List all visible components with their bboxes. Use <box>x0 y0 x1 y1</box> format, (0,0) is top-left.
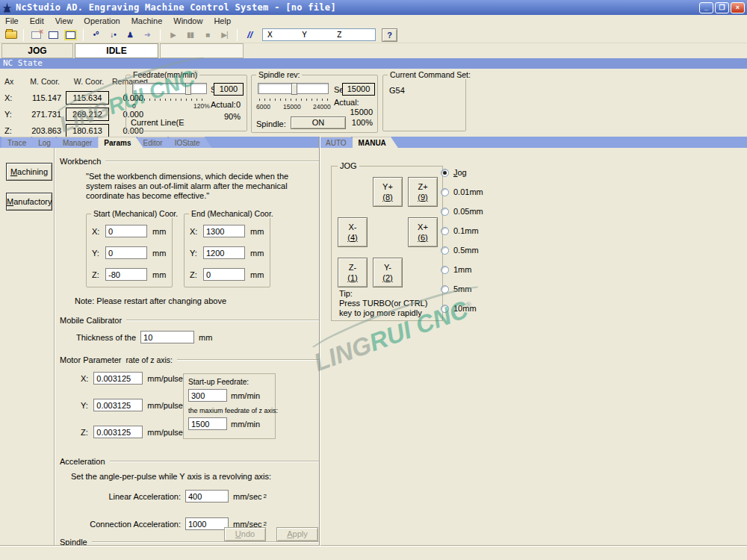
step-10mm[interactable]: 10mm <box>441 303 483 314</box>
feedrate-slider-thumb[interactable] <box>185 83 191 95</box>
end-x-input[interactable] <box>203 225 245 237</box>
feedrate-setting-value[interactable]: 1000 <box>214 83 244 96</box>
feedrate-actual-value: 0 <box>236 100 241 109</box>
unit-label: mm/pulse <box>147 401 183 410</box>
menu-operation[interactable]: Operation <box>84 16 120 25</box>
minimize-icon[interactable]: _ <box>699 2 713 13</box>
tab-manager[interactable]: Manager <box>57 137 104 148</box>
end-z-input[interactable] <box>203 268 245 281</box>
menu-window[interactable]: Window <box>173 16 202 25</box>
menu-file[interactable]: File <box>5 16 19 25</box>
workbench-title: Workbench <box>60 157 101 166</box>
manufactory-button[interactable]: Manufactory <box>6 193 52 211</box>
spindle-tick-max: 24000 <box>313 103 331 111</box>
radio-icon[interactable] <box>441 188 449 196</box>
radio-icon[interactable] <box>441 208 449 216</box>
simulate-icon[interactable]: // <box>242 28 258 42</box>
jog-y-plus-button[interactable]: Y+(8) <box>373 177 403 207</box>
maximize-icon[interactable]: ❐ <box>715 2 729 13</box>
back-to-origin-icon[interactable]: ↓• <box>105 28 121 42</box>
motor-y-input[interactable] <box>93 399 143 411</box>
feedrate-group: Feedrate(mm/min) 0 120% Setting: 1000 Ac… <box>125 75 247 131</box>
help-icon[interactable]: ? <box>382 28 397 42</box>
thickness-input[interactable] <box>140 331 194 343</box>
left-tabs: Trace Log Manager Params Editor IOState <box>1 137 206 148</box>
start-x-input[interactable] <box>105 225 147 237</box>
step-5mm[interactable]: 5mm <box>441 284 483 294</box>
radio-icon[interactable] <box>441 305 449 313</box>
radio-icon[interactable] <box>441 246 449 255</box>
connection-acceleration-input[interactable] <box>185 517 229 530</box>
col-axis: Ax <box>4 77 24 86</box>
set-workpiece-origin-icon[interactable]: ♟ <box>123 28 138 42</box>
radio-icon[interactable] <box>441 227 449 235</box>
x-workpiece-coord[interactable]: 115.634 <box>66 91 109 105</box>
jog-x-minus-button[interactable]: X-(4) <box>338 217 368 247</box>
spindle-on-button[interactable]: ON <box>291 116 346 129</box>
close-icon[interactable]: × <box>731 2 745 13</box>
pause-icon[interactable]: ▮▮ <box>182 28 198 42</box>
tab-iostate[interactable]: IOState <box>169 137 212 148</box>
unit-label: mm <box>152 227 166 236</box>
feedrate-slider[interactable] <box>132 83 207 94</box>
end-coor-group: End (Mechanical) Coor. X: mm Y: mm Z: <box>184 214 270 287</box>
motor-section-header: Motor Parameter rate of z axis: <box>60 355 319 364</box>
jog-z-minus-button[interactable]: Z-(1) <box>338 258 368 287</box>
feedrate-scale-min: 0 <box>132 102 136 110</box>
undo-button[interactable]: Undo <box>224 527 266 541</box>
menu-edit[interactable]: Edit <box>30 16 44 25</box>
z-workpiece-coord[interactable]: 180.613 <box>66 124 109 137</box>
goto-position-icon[interactable]: ➔ <box>140 28 155 42</box>
mode-indicator: JOG <box>1 43 73 58</box>
radio-icon[interactable] <box>441 169 449 177</box>
spindle-slider-thumb[interactable] <box>291 83 297 95</box>
jog-z-plus-button[interactable]: Z+(9) <box>408 177 438 207</box>
tip-title: Tip: <box>339 289 440 299</box>
step-0-01mm[interactable]: 0.01mm <box>441 187 483 197</box>
motor-y-row: Y: mm/pulse <box>81 399 183 411</box>
acceleration-subtitle: Set the angle-per-pulse while Y axis is … <box>71 472 319 481</box>
step-0-05mm[interactable]: 0.05mm <box>441 206 483 217</box>
step-jog[interactable]: Jog <box>441 167 483 178</box>
radio-icon[interactable] <box>441 285 449 293</box>
advanced-start-icon[interactable]: ▶| <box>217 28 232 42</box>
acceleration-section-header: Acceleration <box>60 457 319 466</box>
menu-view[interactable]: View <box>55 16 73 25</box>
spindle-slider[interactable] <box>258 83 329 94</box>
menu-machine[interactable]: Machine <box>131 16 163 25</box>
start-icon[interactable]: ▶ <box>165 28 181 42</box>
stop-icon[interactable]: ■ <box>199 28 215 42</box>
spindle-setting-value[interactable]: 15000 <box>342 83 375 96</box>
start-y-input[interactable] <box>105 246 147 259</box>
display-window-icon[interactable] <box>46 28 61 42</box>
set-origin-icon[interactable]: •⁰ <box>88 28 104 42</box>
end-y-input[interactable] <box>203 246 245 259</box>
menu-help[interactable]: Help <box>214 16 231 25</box>
step-1mm[interactable]: 1mm <box>441 264 483 275</box>
motor-x-input[interactable] <box>93 372 143 385</box>
jog-y-minus-button[interactable]: Y-(2) <box>373 258 403 287</box>
xyz-coordinate-input[interactable] <box>262 28 376 41</box>
start-x-row: X: mm <box>92 225 167 237</box>
motor-z-input[interactable] <box>93 426 143 438</box>
feedrate-title: Feedrate(mm/min) <box>131 70 199 79</box>
tab-params[interactable]: Params <box>98 137 143 148</box>
machining-button[interactable]: Machining <box>6 163 52 181</box>
close-window-icon[interactable] <box>28 28 44 42</box>
start-z-input[interactable] <box>105 268 147 281</box>
field-label: X: <box>190 227 203 236</box>
apply-button[interactable]: Apply <box>276 527 318 541</box>
radio-icon[interactable] <box>441 266 449 274</box>
trace-window-icon[interactable] <box>63 28 78 42</box>
open-file-icon[interactable] <box>3 28 19 42</box>
zmax-feedrate-input[interactable] <box>188 417 227 430</box>
start-y-row: Y: mm <box>92 246 167 259</box>
linear-acceleration-input[interactable] <box>185 490 229 503</box>
step-0-5mm[interactable]: 0.5mm <box>441 245 483 255</box>
tip-text: Press TURBO(or CTRL) key to jog more rap… <box>339 299 440 318</box>
tab-manual[interactable]: MANUA <box>353 137 398 148</box>
y-workpiece-coord[interactable]: 269.212 <box>66 108 109 121</box>
startup-feedrate-input[interactable] <box>188 389 227 402</box>
step-0-1mm[interactable]: 0.1mm <box>441 225 483 236</box>
jog-x-plus-button[interactable]: X+(6) <box>408 217 438 247</box>
